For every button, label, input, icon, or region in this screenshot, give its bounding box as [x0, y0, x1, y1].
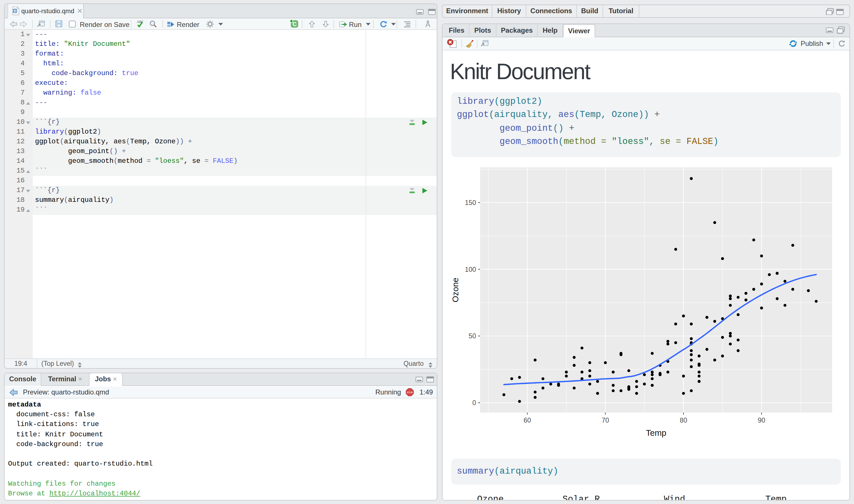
svg-text:C: C — [293, 21, 297, 27]
svg-text:50: 50 — [469, 332, 476, 340]
svg-text:70: 70 — [602, 417, 609, 424]
svg-text:100: 100 — [465, 266, 476, 273]
svg-text:Temp: Temp — [646, 428, 666, 437]
svg-text:Ozone: Ozone — [451, 277, 460, 302]
svg-text:ABC: ABC — [137, 19, 143, 23]
svg-text:60: 60 — [524, 417, 531, 424]
svg-text:0: 0 — [472, 399, 476, 407]
svg-text:150: 150 — [465, 199, 476, 206]
svg-text:80: 80 — [680, 417, 687, 424]
svg-text:90: 90 — [758, 417, 765, 424]
svg-text:STOP: STOP — [407, 391, 413, 394]
